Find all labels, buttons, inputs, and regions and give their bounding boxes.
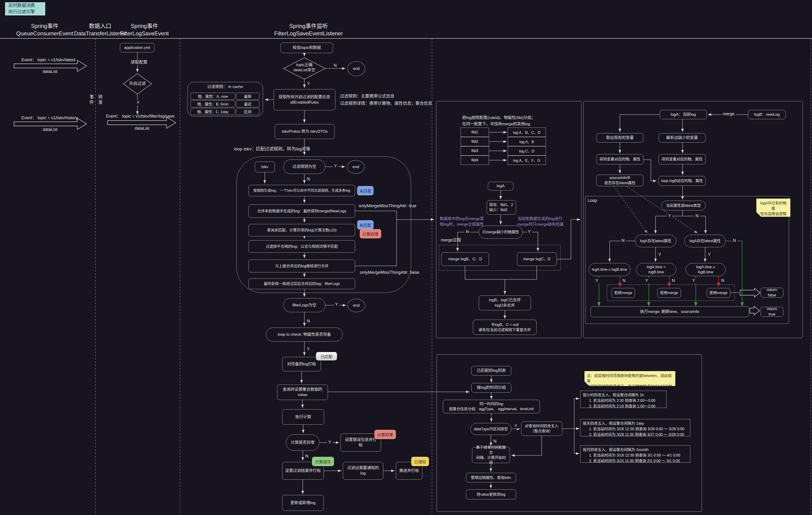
node-update-log: 更新或新增log [282,495,324,511]
label-a-latest-right-n: N [732,238,737,243]
node-time-eq: logA.time = logB.time [636,263,676,276]
fild-row-1-logs: log A、B [508,137,546,146]
node-filter-notify: 过滤出需要通知的log [343,462,383,480]
cache-row-1-attr: 物、属性：B, 5min [191,100,235,107]
fild-row-3-key: fild4 [461,155,489,165]
annotation-merge-missing-attrs: 当前批数据生成的log进行 merge时只merge缺失的属性 [517,216,568,233]
label-filterlogs-n: N [306,319,311,324]
node-logb-newlog: logB：newLog [748,110,786,119]
node-group-by-time: 按log的时间分组 [471,383,511,393]
node-validate-topic: 校验topic和数据 [281,42,333,53]
label-a-latest-right-y: Y [707,252,712,257]
node-update-value: 将value更新到log [466,489,516,499]
node-topic-check-text: topic正确 dataList非空 [288,62,321,73]
fild-row-0-key: fild1 [461,128,489,137]
fild-row-0-logs: log A、B、C、D [508,128,546,137]
badge-notified: 已通知 [411,457,429,466]
label-merge-process: merge过程 [441,238,461,243]
node-round-time: 对查询时间四舍五入 （整点查询） [521,421,562,436]
node-sourceinfo-latest: sourceInfo中 是否存在latest属性 [597,175,643,186]
title-banner: 实时数据消费 执行过滤引擎 [5,2,45,16]
sticky-note-loga-logic: logA中已有的物属 性也适用该逻辑 [756,199,790,217]
node-a-latest-right: logA存在latest属性 [685,235,726,247]
example-box-month: 按月四舍五入，假设聚合间隔为 1month 1. 若当前时间为 3/16 12:… [580,445,690,463]
label-calc-y: Y [327,440,332,445]
label-ge-y: Y [691,278,696,283]
node-return-true: return true [760,307,783,316]
node-merged-state: logB、logC已合并 logD未合并 [479,296,531,310]
label-cache-title: 过滤规则： in cache [199,84,251,89]
cache-row-1-type: 最近 [236,100,259,107]
event-history-datalist: dataList [34,127,66,132]
label-datatype-y: Y [513,423,518,429]
node-only-merge-missing: 只merge缺少的物属性 [479,225,523,239]
node-time-ge: logA.time ≥ logB.time [686,263,726,276]
label-filterlogs-y: Y [334,302,339,307]
node-end-2: end [347,160,365,174]
badge-unmatched-1: 未匹配 [357,186,374,195]
label-only-merge-true: onlyMergeMissThingAttr: true [358,203,416,209]
node-end-3: end [347,299,365,312]
event-filter-save-datalist: dataList [126,126,158,131]
node-generate-log: 按规则生成log， 一个tskv可以命中不同过滤规则，生成多条log [249,185,355,196]
label-eq-n: N [671,278,676,283]
badge-matched: 已匹配 [316,352,337,360]
label-rules-note: 过滤规则：主要携带公式信息 过滤规则详情：携带计算物、属性信息；聚合信息 [340,93,433,107]
node-datatype-check: dataType为区间类型 [470,423,511,435]
node-take-vars: 取出现有的变量 [597,133,643,143]
lane-divider-label-forward: 转发 [97,94,103,105]
node-final-filterlogs: 最终获得一批经过层层合并后的log：filterLogs [249,278,355,289]
event-latest-label: Event： topic = v1/tskv/latest [22,57,76,63]
node-loga-current: logA：当前log [660,110,707,119]
label-a-latest-left-y: Y [657,252,662,257]
example-box-day: 按天四舍五入，假设聚合间隔为 1day 1. 若当前时间为 3/28 12:30… [580,419,690,436]
fild-row-1-key: fild2 [461,137,489,146]
label-only-miss-n: N [465,229,470,235]
example-box-hour: 按小时四舍五入，假设聚合间隔为 1h 1. 若当前时间为 2:30 则查询 2:… [580,391,666,408]
node-merge-cd: merge logC、D [517,252,557,266]
node-time-le: logA.time ≤ logB.time [589,263,630,276]
badge-calc-error-2: 计算异常 [374,430,396,439]
node-tskv: tskv [255,161,275,172]
node-calc-error-check: 计算是否异常 [286,434,319,451]
lane-header-listener: Spring事件监听 FilterLogSaveEventListener [261,22,356,37]
cache-row-0-type: 最新 [236,93,259,100]
node-matched-log-list: 已匹配的log列表 [471,366,511,375]
node-do-merge: 执行merge: 刷新time、sourceInfo [590,306,749,317]
node-reject-merge-3: 拒绝merge [707,288,730,298]
label-loop-tskv: loop tskv：匹配过滤规则，转为log对象 [234,146,311,152]
label-only-merge-false: onlyMergeMissThingAttr: false [360,270,419,275]
label-calc-n: N [304,454,310,459]
label-eq-y: Y [644,278,649,283]
node-have-missing: 现有：fild1、2 缺少：fild3 [487,200,516,215]
node-loga: logA [488,182,514,190]
label-topic-check-y: Y [306,81,311,86]
event-filter-save-label: Event： topic = v1/tskv/filter/log/save [106,114,175,119]
node-sort-query-tskv: 整理出物属性，查询tskv [466,473,516,482]
badge-calc-ok: 计算成功 [312,457,334,466]
node-group-by-agg: 同一时间的log 按聚合信息分组：aggType、 aggInterval、ti… [443,400,540,413]
node-get-rules: 获取所有开启过滤的配置信息 allEnabledRules [273,89,335,110]
node-loop-logb-attrs: loop logB对应的物、属性 [659,176,705,186]
node-get-attrs-left: 得到变量对应的物、属性 [597,154,643,164]
node-reject-merge-1: 拒绝merge [611,288,635,298]
label-le-y: Y [594,278,600,283]
node-parse-missing: 解析出缺少的变量 [659,133,705,143]
label-read-config: 读取配置 [129,60,149,65]
node-rules-empty: 过滤规则为空 [283,159,325,174]
fild-row-3-logs: log A、E、F、G [508,155,546,165]
cache-row-2-type: 区间 [236,108,259,115]
event-latest-datalist: dataList [34,69,66,74]
label-only-miss-y: Y [527,229,532,235]
label-loop: Loop [588,198,597,203]
label-a-latest-left-n: N [620,238,626,243]
node-calc-start-time: 基于结束时间和聚合 间隔，计算开始时间 [472,447,510,463]
node-set-null: 令logB、C = null 避免在当前过滤规则下重复合并 [473,320,536,335]
panel1-intro: 把log按照配置(ruleId)、物属性(fild)分组； 在同一配置下，寻找待… [462,115,560,127]
node-query-agg-value: 查询并设置聚合数据的value [277,385,328,400]
badge-calc-error-1: 计算异常 [360,229,381,238]
node-application-yml: application.yml [120,43,154,52]
node-a-latest-left: logA存在latest属性 [635,235,676,247]
loop-merge-container [585,196,789,324]
node-return-false: return false [760,288,783,298]
